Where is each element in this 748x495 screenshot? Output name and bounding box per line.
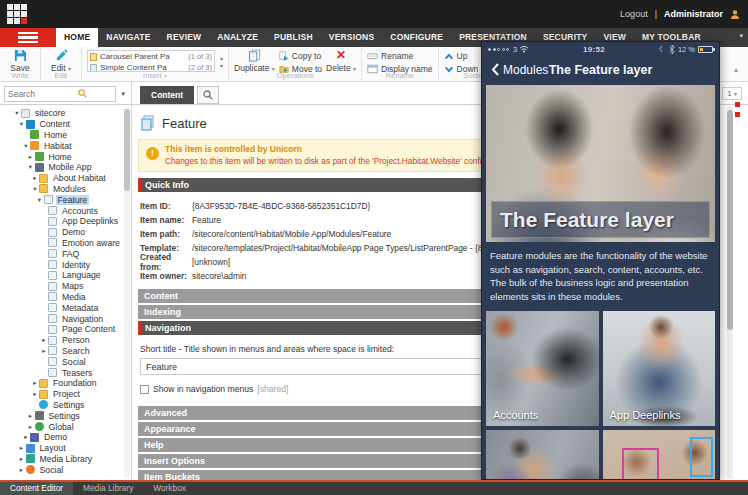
tree-item-content[interactable]: ▾Content xyxy=(0,119,131,130)
tree-expanded-arrow-icon[interactable]: ▾ xyxy=(22,142,30,150)
tree-item-label: Teasers xyxy=(60,368,94,378)
module-tile-accounts[interactable]: Accounts xyxy=(486,311,599,426)
search-dropdown-icon[interactable]: ▾ xyxy=(119,90,127,98)
ribbon-tab-configure[interactable]: CONFIGURE xyxy=(382,28,451,47)
ribbon-tab-publish[interactable]: PUBLISH xyxy=(266,28,321,47)
tree-item-search[interactable]: ▸Search xyxy=(0,346,131,357)
tree-item-language[interactable]: Language xyxy=(0,270,131,281)
toolbar-collapse-icon[interactable]: ▴ xyxy=(734,65,738,74)
tree-item-sitecore[interactable]: ▾sitecore xyxy=(0,108,131,119)
folder-icon xyxy=(39,184,48,193)
ribbon-collapse-icon[interactable]: ▾ xyxy=(739,32,743,40)
tree-item-person[interactable]: ▸Person xyxy=(0,335,131,346)
insert-scroll-spinner[interactable]: ▴▾ xyxy=(219,49,223,72)
tree-item-social[interactable]: Social xyxy=(0,356,131,367)
tree-item-faq[interactable]: FAQ xyxy=(0,248,131,259)
tree-expanded-arrow-icon[interactable]: ▾ xyxy=(36,196,44,204)
tree-collapsed-arrow-icon[interactable]: ▸ xyxy=(31,174,39,182)
copy-to-button[interactable]: Copy to xyxy=(279,51,322,61)
doc-icon xyxy=(48,206,57,215)
tree-item-accounts[interactable]: Accounts xyxy=(0,205,131,216)
tree-expanded-arrow-icon[interactable]: ▾ xyxy=(31,185,39,193)
tree-collapsed-arrow-icon[interactable]: ▸ xyxy=(18,466,26,474)
back-button[interactable]: Modules xyxy=(491,63,548,77)
insert-option-carousel-parent-pa[interactable]: Carousel Parent Pa(1 of 3) xyxy=(88,51,214,62)
tree-collapsed-arrow-icon[interactable]: ▸ xyxy=(18,455,26,463)
edit-button[interactable]: Edit ▾ xyxy=(46,49,76,72)
tree-collapsed-arrow-icon[interactable]: ▸ xyxy=(18,444,26,452)
sort-up-button[interactable]: Up xyxy=(444,51,479,61)
rename-button[interactable]: Rename xyxy=(367,51,433,61)
tree-item-label: Mobile App xyxy=(47,162,94,172)
doc-icon xyxy=(48,368,57,377)
tree-item-media[interactable]: Media xyxy=(0,292,131,303)
tab-search[interactable] xyxy=(197,86,219,104)
validation-markers[interactable] xyxy=(735,102,741,122)
tree-item-metadata[interactable]: Metadata xyxy=(0,302,131,313)
tree-collapsed-arrow-icon[interactable]: ▸ xyxy=(27,153,35,161)
tree-expanded-arrow-icon[interactable]: ▾ xyxy=(27,163,35,171)
tree-item-habitat[interactable]: ▾Habitat xyxy=(0,140,131,151)
tree-scrollbar[interactable] xyxy=(124,107,130,478)
tree-expanded-arrow-icon[interactable]: ▾ xyxy=(13,109,21,117)
tree-collapsed-arrow-icon[interactable]: ▸ xyxy=(31,379,39,387)
version-selector[interactable]: 1 ▾ xyxy=(722,87,742,100)
ribbon-tab-home[interactable]: HOME xyxy=(56,28,98,47)
ribbon-tab-navigate[interactable]: NAVIGATE xyxy=(98,28,158,47)
tree-item-page-content[interactable]: Page Content xyxy=(0,324,131,335)
tree-item-home[interactable]: Home xyxy=(0,130,131,141)
tree-item-media-library[interactable]: ▸Media Library xyxy=(0,454,131,465)
tree-item-global[interactable]: ▸Global xyxy=(0,421,131,432)
tree-item-settings[interactable]: ▸Settings xyxy=(0,410,131,421)
tree-item-layout[interactable]: ▸Layout xyxy=(0,443,131,454)
menu-button[interactable] xyxy=(0,28,56,47)
tree-item-demo[interactable]: Demo xyxy=(0,227,131,238)
tree-item-feature[interactable]: ▾Feature xyxy=(0,194,131,205)
tree-item-identity[interactable]: Identity xyxy=(0,259,131,270)
tree-collapsed-arrow-icon[interactable]: ▸ xyxy=(22,433,30,441)
tree-item-app-deeplinks[interactable]: App Deeplinks xyxy=(0,216,131,227)
tree-collapsed-arrow-icon[interactable]: ▸ xyxy=(40,347,48,355)
tree-item-foundation[interactable]: ▸Foundation xyxy=(0,378,131,389)
tree-item-emotion-aware[interactable]: Emotion aware xyxy=(0,238,131,249)
tree-item-home[interactable]: ▸Home xyxy=(0,151,131,162)
logout-link[interactable]: Logout xyxy=(620,9,648,19)
module-tile-demo[interactable]: Demo xyxy=(486,430,599,480)
duplicate-button[interactable]: Duplicate ▾ xyxy=(234,49,275,72)
module-tile-app-deeplinks[interactable]: App Deeplinks xyxy=(603,311,716,426)
tree-item-teasers[interactable]: Teasers xyxy=(0,367,131,378)
delete-button[interactable]: ✕ Delete ▾ xyxy=(326,49,356,72)
habitat-icon xyxy=(30,141,39,150)
tree-collapsed-arrow-icon[interactable]: ▸ xyxy=(27,423,35,431)
main-scrollbar[interactable] xyxy=(727,106,733,479)
show-in-navigation-checkbox[interactable] xyxy=(140,385,149,394)
tree-collapsed-arrow-icon[interactable]: ▸ xyxy=(40,336,48,344)
tree-item-settings[interactable]: Settings xyxy=(0,400,131,411)
tree-item-demo[interactable]: ▸Demo xyxy=(0,432,131,443)
ribbon-tab-versions[interactable]: VERSIONS xyxy=(321,28,383,47)
tree-item-maps[interactable]: Maps xyxy=(0,281,131,292)
search-input[interactable] xyxy=(8,89,78,99)
ribbon-tab-analyze[interactable]: ANALYZE xyxy=(209,28,266,47)
tree-item-navigation[interactable]: Navigation xyxy=(0,313,131,324)
tree-collapsed-arrow-icon[interactable]: ▸ xyxy=(31,390,39,398)
search-magnifier-icon[interactable] xyxy=(78,89,87,98)
app-tab-content-editor[interactable]: Content Editor xyxy=(0,482,73,495)
tree-expanded-arrow-icon[interactable]: ▾ xyxy=(18,120,26,128)
ribbon-tab-review[interactable]: REVIEW xyxy=(159,28,210,47)
tree-item-about-habitat[interactable]: ▸About Habitat xyxy=(0,173,131,184)
save-button[interactable]: Save xyxy=(5,49,35,72)
hero-image: The Feature layer xyxy=(486,85,715,242)
tree-item-label: Habitat xyxy=(42,141,74,151)
user-menu[interactable]: Administrator xyxy=(664,9,723,19)
tree-item-mobile-app[interactable]: ▾Mobile App xyxy=(0,162,131,173)
tree-collapsed-arrow-icon[interactable]: ▸ xyxy=(27,412,35,420)
module-tile-recognize-emotions-in-images[interactable]: Recognize Emotions in Images xyxy=(603,430,716,480)
tree-item-label: Project xyxy=(51,389,82,399)
tree-item-social[interactable]: ▸Social xyxy=(0,464,131,475)
app-tab-workbox[interactable]: Workbox xyxy=(143,482,196,495)
tab-content[interactable]: Content xyxy=(140,86,194,104)
tree-item-project[interactable]: ▸Project xyxy=(0,389,131,400)
app-tab-media-library[interactable]: Media Library xyxy=(73,482,143,495)
tree-item-modules[interactable]: ▾Modules xyxy=(0,184,131,195)
